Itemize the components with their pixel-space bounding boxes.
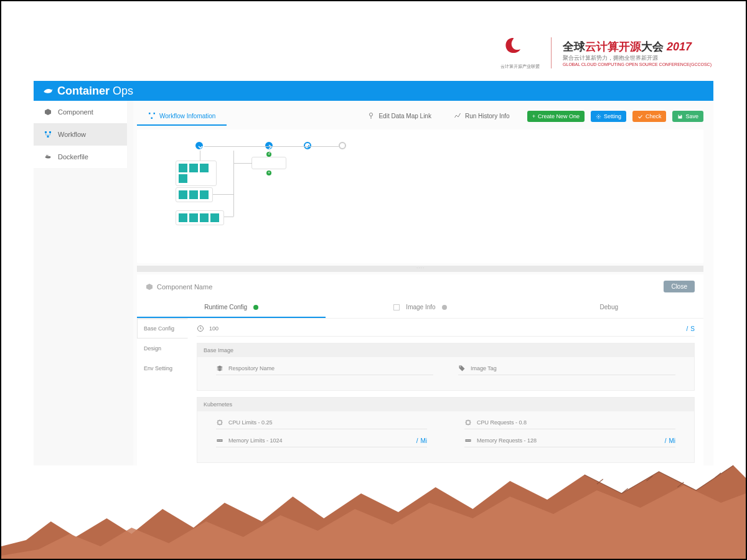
save-icon (677, 114, 683, 119)
conf-year: 2017 (667, 40, 692, 53)
unit-label: Mi (420, 437, 427, 444)
workflow-icon (148, 112, 156, 119)
section-header: Kubernetes (197, 398, 694, 411)
layers-icon (216, 365, 223, 372)
flow-node-start[interactable] (195, 142, 203, 149)
svg-point-8 (370, 113, 373, 116)
setting-button[interactable]: Setting (591, 111, 626, 122)
timeout-value[interactable]: 100 (209, 325, 218, 332)
base-image-section: Base Image Respository Name (197, 343, 695, 391)
conf-subtitle: 聚合云计算新势力，拥抱全世界新开源 (563, 54, 712, 62)
subtab-label: Runtime Config (204, 304, 247, 310)
svg-rect-7 (151, 118, 153, 119)
btn-label: Check (646, 113, 662, 119)
tab-run-history[interactable]: Run History Info (443, 107, 521, 126)
top-nav: Workflow Infomation Edit Data Map Link R… (137, 107, 703, 126)
vtab-env-setting[interactable]: Env Setting (137, 358, 188, 378)
brand-bar: Container Ops (34, 81, 713, 101)
repo-name-label: Respository Name (228, 365, 275, 371)
vtab-label: Design (144, 345, 161, 352)
stage-block-2[interactable] (176, 187, 213, 202)
brand-name-thin: Ops (113, 85, 133, 97)
svg-point-11 (460, 366, 461, 368)
tag-icon (458, 365, 466, 372)
flow-node-empty[interactable] (339, 142, 346, 149)
create-button[interactable]: +Create New One (527, 111, 585, 122)
component-panel: Component Name Close Runtime Config Imag… (137, 274, 703, 465)
cpu-icon (216, 419, 223, 426)
stage-block-3[interactable] (176, 210, 224, 225)
dolphin-icon (42, 85, 54, 96)
conference-logo-left: 云计算开源产业联盟 (500, 35, 540, 70)
tab-edit-data-map[interactable]: Edit Data Map Link (356, 107, 443, 126)
section-header: Base Image (197, 343, 694, 357)
conf-title-prefix: 全球 (563, 40, 585, 53)
svg-rect-5 (149, 113, 151, 114)
cpu-limits-label: CPU Limits - 0.25 (228, 419, 273, 426)
status-dot-green (253, 305, 258, 310)
svg-rect-3 (46, 155, 47, 156)
subtab-runtime-config[interactable]: Runtime Config (137, 297, 326, 318)
memory-requests-label: Memory Requests - 128 (477, 437, 537, 444)
svg-rect-14 (466, 421, 470, 424)
svg-rect-12 (218, 421, 222, 424)
conf-title-suffix: 大会 (641, 40, 664, 53)
svg-rect-1 (49, 131, 51, 133)
cpu-requests-label: CPU Requests - 0.8 (477, 419, 527, 426)
memory-icon (464, 437, 472, 444)
close-button[interactable]: Close (664, 281, 695, 292)
flow-connector (233, 194, 234, 217)
mini-stage[interactable] (251, 157, 286, 169)
timeout-unit: S (690, 325, 695, 332)
tab-label: Run History Info (465, 113, 510, 119)
btn-label: Setting (604, 113, 621, 119)
subtab-image-info[interactable]: Image Info (326, 297, 514, 318)
vtab-label: Base Config (144, 325, 174, 332)
svg-rect-6 (154, 113, 156, 114)
flow-connector (224, 217, 233, 217)
brand-name-bold: Container (57, 85, 110, 97)
sidebar-item-workflow[interactable]: Workflow (34, 123, 127, 146)
panel-splitter[interactable]: · · · · (137, 266, 703, 272)
flow-node-add[interactable] (304, 142, 311, 149)
tab-label: Edit Data Map Link (378, 113, 431, 119)
check-down-icon (197, 143, 204, 151)
flow-connector (200, 151, 200, 161)
flow-connector (213, 194, 233, 195)
history-icon (454, 112, 461, 119)
subtab-debug[interactable]: Debug (515, 297, 703, 318)
add-above-button[interactable]: + (266, 152, 271, 157)
vtab-base-config[interactable]: Base Config (137, 319, 188, 338)
status-dot-grey (442, 305, 447, 310)
docker-icon (44, 153, 52, 161)
tab-workflow-info[interactable]: Workflow Infomation (137, 107, 227, 126)
vtab-label: Env Setting (144, 365, 172, 371)
sidebar-item-component[interactable]: Component (34, 101, 127, 123)
add-below-button[interactable]: + (266, 170, 271, 175)
plus-icon (305, 143, 312, 151)
map-icon (367, 112, 375, 119)
checkbox-icon (393, 304, 400, 310)
svg-rect-0 (45, 131, 47, 133)
conference-logo-caption: 云计算开源产业联盟 (500, 63, 540, 70)
clock-icon (197, 325, 204, 332)
tab-label: Workflow Infomation (159, 113, 215, 119)
flow-node-2[interactable] (265, 142, 273, 149)
check-button[interactable]: Check (632, 111, 667, 122)
flow-connector (204, 146, 339, 147)
conf-title-mid: 云计算开源 (585, 40, 641, 53)
vtab-design[interactable]: Design (137, 338, 188, 358)
stage-block-1[interactable] (176, 161, 217, 186)
btn-label: Save (685, 113, 698, 119)
sidebar-item-dockerfile[interactable]: Dockerfile (34, 146, 127, 168)
unit-label: Mi (669, 437, 675, 444)
save-button[interactable]: Save (672, 111, 703, 122)
subtab-label: Image Info (406, 304, 435, 310)
subtab-label: Debug (600, 304, 618, 310)
plus-icon: + (532, 113, 535, 119)
sidebar-item-label: Workflow (58, 131, 86, 138)
btn-label: Close (671, 283, 687, 290)
memory-icon (216, 437, 223, 444)
gear-icon (596, 114, 601, 119)
workflow-canvas[interactable]: + + (137, 129, 703, 263)
